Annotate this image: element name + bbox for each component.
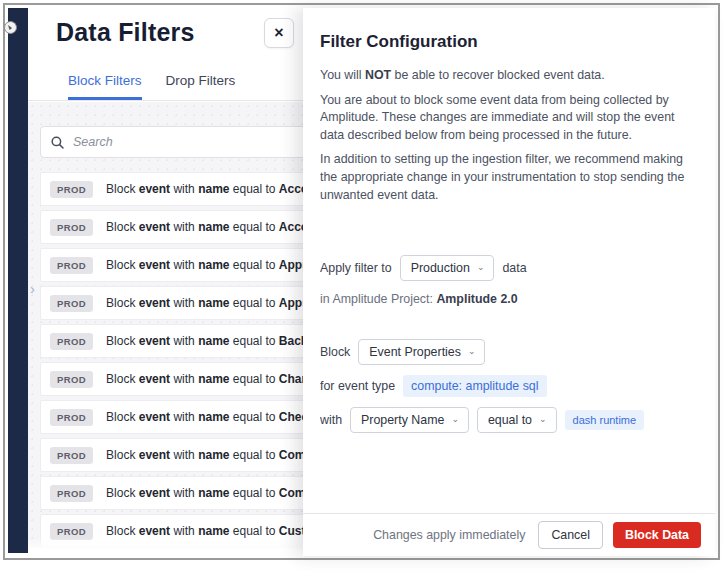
env-badge: PROD [50,295,93,312]
env-badge: PROD [50,447,93,464]
filter-description: Block event with name equal to Comp [106,448,310,462]
block-type-row: Block Event Properties ⌄ [320,339,699,365]
project-name: Amplitude 2.0 [436,292,517,306]
property-condition-row: with Property Name ⌄ equal to ⌄ dash run… [320,407,699,433]
filter-description: Block event with name equal to Chan [106,372,309,386]
env-badge: PROD [50,409,93,426]
block-type-select[interactable]: Event Properties ⌄ [358,339,485,365]
tab-drop-filters[interactable]: Drop Filters [166,73,236,100]
event-type-row: for event type compute: amplitude sql [320,375,699,397]
filter-list-item[interactable]: PROD Block event with name equal to Chan [40,362,310,396]
filter-list-item[interactable]: PROD Block event with name equal to Appr [40,286,310,320]
filter-list-item[interactable]: PROD Block event with name equal to Chec [40,400,310,434]
warning-post: be able to recover blocked event data. [391,68,605,82]
filter-description: Block event with name equal to Acco [106,182,308,196]
filter-description: Block event with name equal to Appr [106,258,307,272]
property-name-select[interactable]: Property Name ⌄ [350,407,469,433]
chevron-down-icon: ⌄ [451,414,459,424]
event-type-label: for event type [320,379,395,393]
search-placeholder: Search [73,135,113,149]
with-label: with [320,413,342,427]
data-filters-drawer: Data Filters × Block Filters Drop Filter… [28,8,310,548]
footer-note: Changes apply immediately [373,528,525,542]
env-badge: PROD [50,333,93,350]
env-badge: PROD [50,371,93,388]
chevron-down-icon: ⌄ [468,346,476,356]
filter-description: Block event with name equal to Chec [106,410,308,424]
property-value-chip[interactable]: dash runtime [565,410,645,430]
warning-paragraph: You will NOT be able to recover blocked … [320,67,699,85]
cancel-button[interactable]: Cancel [538,521,603,549]
search-icon [51,136,64,149]
filter-description: Block event with name equal to Appr [106,296,307,310]
filters-list: PROD Block event with name equal to Acco… [40,172,310,548]
recommendation-paragraph: In addition to setting up the ingestion … [320,151,699,204]
filter-description: Block event with name equal to Back [106,334,307,348]
cursor-badge-icon [4,21,17,34]
warning-bold: NOT [365,68,391,82]
drawer-expand-chevron-icon[interactable]: › [30,281,35,296]
filter-list-item[interactable]: PROD Block event with name equal to Back [40,324,310,358]
apply-filter-label: Apply filter to [320,261,392,275]
operator-select[interactable]: equal to ⌄ [477,407,557,433]
apply-filter-row: Apply filter to Production ⌄ data [320,255,699,281]
env-badge: PROD [50,485,93,502]
chevron-down-icon: ⌄ [539,414,547,424]
filter-list-item[interactable]: PROD Block event with name equal to Comp [40,438,310,472]
search-input[interactable]: Search [40,126,306,158]
filter-list-item[interactable]: PROD Block event with name equal to Cust [40,514,310,548]
operator-select-value: equal to [488,413,532,427]
apply-filter-suffix: data [502,261,526,275]
block-type-select-value: Event Properties [369,345,461,359]
left-nav-rail [8,8,28,553]
drawer-header: Data Filters × Block Filters Drop Filter… [28,8,310,101]
filter-tabs: Block Filters Drop Filters [68,73,235,100]
warning-pre: You will [320,68,365,82]
filter-list-item[interactable]: PROD Block event with name equal to Appr [40,248,310,282]
project-line: in Amplitude Project: Amplitude 2.0 [320,292,699,306]
filter-list-item[interactable]: PROD Block event with name equal to Acco [40,172,310,206]
drawer-title: Data Filters [56,18,195,47]
filter-list-item[interactable]: PROD Block event with name equal to Acco [40,210,310,244]
environment-select[interactable]: Production ⌄ [400,255,495,281]
panel-title: Filter Configuration [320,32,699,52]
event-type-chip[interactable]: compute: amplitude sql [403,375,546,397]
close-drawer-button[interactable]: × [264,18,294,48]
block-label: Block [320,345,350,359]
filter-configuration-body: Filter Configuration You will NOT be abl… [320,8,699,512]
env-badge: PROD [50,181,93,198]
filter-description: Block event with name equal to Cust [106,524,305,538]
close-icon: × [274,24,283,42]
filter-description: Block event with name equal to Acco [106,220,308,234]
block-data-button[interactable]: Block Data [613,522,701,548]
description-paragraph: You are about to block some event data f… [320,92,699,145]
filter-configuration-panel: Filter Configuration You will NOT be abl… [303,8,715,556]
tab-block-filters[interactable]: Block Filters [68,73,142,100]
amplitude-data-filters-app: Data Filters × Block Filters Drop Filter… [5,5,718,558]
environment-select-value: Production [411,261,470,275]
filter-list-item[interactable]: PROD Block event with name equal to Comp [40,476,310,510]
panel-footer: Changes apply immediately Cancel Block D… [303,513,715,556]
env-badge: PROD [50,523,93,540]
project-prefix: in Amplitude Project: [320,292,436,306]
filters-list-area: Search PROD Block event with name equal … [28,102,310,548]
screenshot-frame: Data Filters × Block Filters Drop Filter… [3,3,720,560]
env-badge: PROD [50,219,93,236]
filter-description: Block event with name equal to Comp [106,486,310,500]
property-name-select-value: Property Name [361,413,444,427]
chevron-down-icon: ⌄ [477,262,485,272]
env-badge: PROD [50,257,93,274]
